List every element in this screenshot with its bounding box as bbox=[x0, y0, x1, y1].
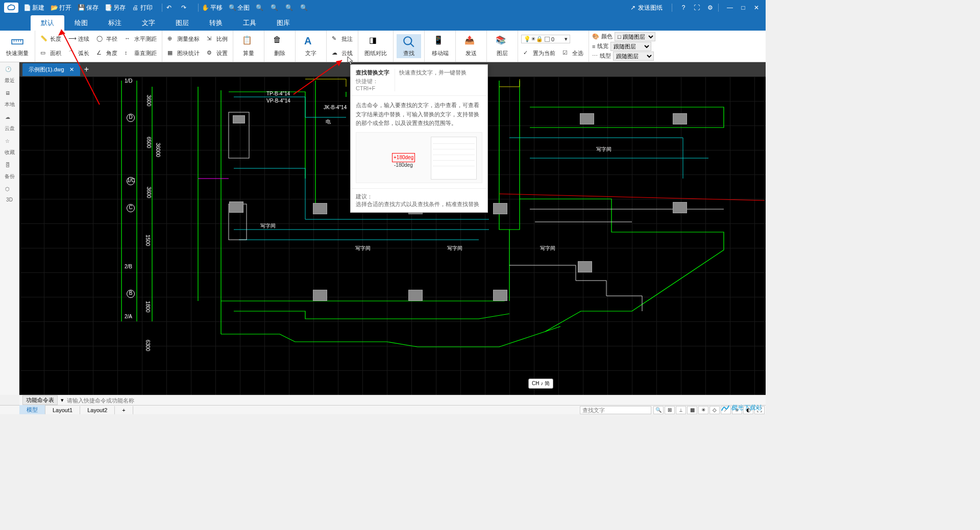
lineweight-select[interactable]: 跟随图层 bbox=[610, 42, 651, 51]
status-snap-button[interactable]: ⊞ bbox=[665, 406, 675, 414]
text-icon: A bbox=[304, 35, 317, 48]
gear-icon: ⚙ bbox=[707, 4, 713, 11]
status-osnap-button[interactable]: ◇ bbox=[709, 406, 720, 414]
new-button[interactable]: 📄新建 bbox=[23, 4, 44, 12]
tab-library[interactable]: 图库 bbox=[266, 15, 300, 31]
calc-icon: 📋 bbox=[242, 35, 255, 48]
open-button[interactable]: 📂打开 bbox=[51, 4, 71, 12]
annotate-button[interactable]: ✎批注 bbox=[330, 34, 355, 44]
preview-deg2: -180deg bbox=[394, 161, 413, 169]
set-current-button[interactable]: ✓置为当前 bbox=[521, 48, 557, 59]
block-stat-button[interactable]: ▦图块统计 bbox=[165, 48, 202, 59]
scale-button[interactable]: ⇲比例 bbox=[205, 34, 230, 44]
status-ortho-button[interactable]: ⟂ bbox=[676, 406, 686, 414]
help-button[interactable]: ? bbox=[678, 3, 689, 13]
minimize-button[interactable]: — bbox=[725, 3, 735, 13]
lineweight-label: 线宽 bbox=[597, 42, 608, 50]
settings-button[interactable]: ⚙设置 bbox=[205, 48, 230, 59]
find-button[interactable]: 查找 bbox=[397, 34, 421, 58]
dim-label: 36000 bbox=[155, 143, 161, 157]
fullscreen-button[interactable]: ⛶ bbox=[692, 3, 702, 13]
undo-button[interactable]: ↶ bbox=[165, 4, 174, 11]
title-bar: 📄新建 📂打开 💾保存 📑另存 🖨打印 ↶ ↷ ✋平移 🔍全图 🔍 🔍 🔍 🔍 … bbox=[0, 0, 766, 15]
star-icon: ☆ bbox=[5, 138, 14, 147]
fullview-button[interactable]: 🔍全图 bbox=[229, 4, 250, 12]
status-search-button[interactable]: 🔍 bbox=[653, 406, 664, 414]
layout-tab-1[interactable]: Layout1 bbox=[45, 406, 80, 414]
calc-button[interactable]: 📋算量 bbox=[236, 34, 261, 58]
svg-line-11 bbox=[61, 30, 100, 105]
annotation-arrow bbox=[291, 56, 347, 99]
compare-icon: ◨ bbox=[369, 35, 382, 48]
zoom-out-button[interactable]: 🔍 bbox=[271, 4, 279, 11]
layer-state[interactable]: 💡☀🔒0▾ bbox=[521, 35, 570, 43]
print-button[interactable]: 🖨打印 bbox=[132, 4, 153, 12]
status-grid-button[interactable]: ▦ bbox=[687, 406, 697, 414]
sidebar-item-backup[interactable]: 🗄备份 bbox=[5, 162, 15, 180]
vdist-button[interactable]: ↕垂直测距 bbox=[122, 48, 159, 59]
color-label: 颜色 bbox=[601, 33, 612, 40]
close-button[interactable]: ✕ bbox=[751, 3, 762, 13]
save-button[interactable]: 💾保存 bbox=[78, 4, 99, 12]
clock-icon: 🕐 bbox=[5, 66, 14, 75]
close-icon: ✕ bbox=[754, 4, 759, 11]
monitor-icon: 🖥 bbox=[5, 90, 14, 99]
text-button[interactable]: A文字 bbox=[299, 34, 323, 58]
find-tooltip: 查找替换文字 快捷键：CTRl+F 快速查找文字，并一键替换 点击命令，输入要查… bbox=[350, 64, 488, 213]
layout-tab-model[interactable]: 模型 bbox=[19, 405, 45, 414]
sidebar-item-3d[interactable]: ⬡3D bbox=[5, 186, 14, 203]
status-search-input[interactable] bbox=[580, 406, 651, 414]
label-tp: TP-B-4"14 bbox=[266, 91, 290, 96]
pan-button[interactable]: ✋平移 bbox=[202, 4, 223, 12]
maximize-button[interactable]: □ bbox=[738, 3, 748, 13]
sidebar-item-favorite[interactable]: ☆收藏 bbox=[5, 138, 15, 156]
coord-button[interactable]: ⊕测量坐标 bbox=[165, 34, 202, 44]
tab-tools[interactable]: 工具 bbox=[233, 15, 266, 31]
sidebar-item-cloud[interactable]: ☁云盘 bbox=[5, 114, 15, 132]
linetype-select[interactable]: 跟随图层 bbox=[613, 52, 654, 61]
column-box bbox=[408, 290, 423, 301]
sidebar-item-local[interactable]: 🖥本地 bbox=[5, 90, 15, 108]
trash-icon: 🗑 bbox=[273, 35, 286, 48]
redo-button[interactable]: ↷ bbox=[180, 4, 189, 11]
select-all-button[interactable]: ☑全选 bbox=[560, 48, 585, 59]
scale-icon: ⇲ bbox=[207, 35, 215, 43]
zoom-window-button[interactable]: 🔍 bbox=[285, 4, 294, 11]
tab-layer[interactable]: 图层 bbox=[165, 15, 199, 31]
sidebar-item-recent[interactable]: 🕐最近 bbox=[5, 66, 15, 84]
layers-icon: 📚 bbox=[496, 35, 509, 48]
quick-measure-button[interactable]: 快速测量 bbox=[3, 34, 32, 58]
column-box bbox=[493, 290, 507, 301]
tab-text[interactable]: 文字 bbox=[132, 15, 165, 31]
tab-convert[interactable]: 转换 bbox=[199, 15, 233, 31]
zoom-in-button[interactable]: 🔍 bbox=[256, 4, 264, 11]
layout-tab-2[interactable]: Layout2 bbox=[80, 406, 115, 414]
command-input[interactable] bbox=[67, 397, 220, 403]
label-jk: JK-B-4"14 bbox=[324, 105, 347, 110]
zoom-reset-button[interactable]: 🔍 bbox=[300, 4, 309, 11]
status-polar-button[interactable]: ✳ bbox=[698, 406, 708, 414]
select-all-icon: ☑ bbox=[562, 49, 571, 58]
layout-tab-add[interactable]: + bbox=[115, 406, 133, 414]
ime-indicator[interactable]: CH ♪ 简 bbox=[528, 378, 553, 389]
send-drawing-button[interactable]: ↗发送图纸 bbox=[629, 4, 663, 12]
chevron-down-icon[interactable]: ▾ bbox=[61, 397, 64, 403]
cloud-icon: ☁ bbox=[5, 114, 14, 123]
delete-button[interactable]: 🗑删除 bbox=[267, 34, 292, 58]
tab-annotate[interactable]: 标注 bbox=[98, 15, 132, 31]
color-select[interactable]: □ 跟随图层 bbox=[615, 32, 655, 41]
command-bar: 功能命令表 ▾ bbox=[19, 395, 766, 405]
settings-button[interactable]: ⚙ bbox=[705, 3, 715, 13]
column-box bbox=[673, 202, 687, 213]
hdist-button[interactable]: ↔水平测距 bbox=[122, 34, 159, 44]
mobile-button[interactable]: 📱移动端 bbox=[428, 34, 452, 58]
dim-label: 1500 bbox=[145, 235, 151, 246]
layer-button[interactable]: 📚图层 bbox=[490, 34, 514, 58]
color-icon: 🎨 bbox=[592, 33, 599, 40]
compare-button[interactable]: ◨图纸对比 bbox=[361, 34, 390, 58]
vdist-icon: ↕ bbox=[125, 49, 133, 58]
saveas-button[interactable]: 📑另存 bbox=[105, 4, 126, 12]
send-button[interactable]: 📤发送 bbox=[459, 34, 483, 58]
zoom-in-icon: 🔍 bbox=[256, 4, 263, 11]
dim-label: 3600 bbox=[146, 95, 152, 106]
